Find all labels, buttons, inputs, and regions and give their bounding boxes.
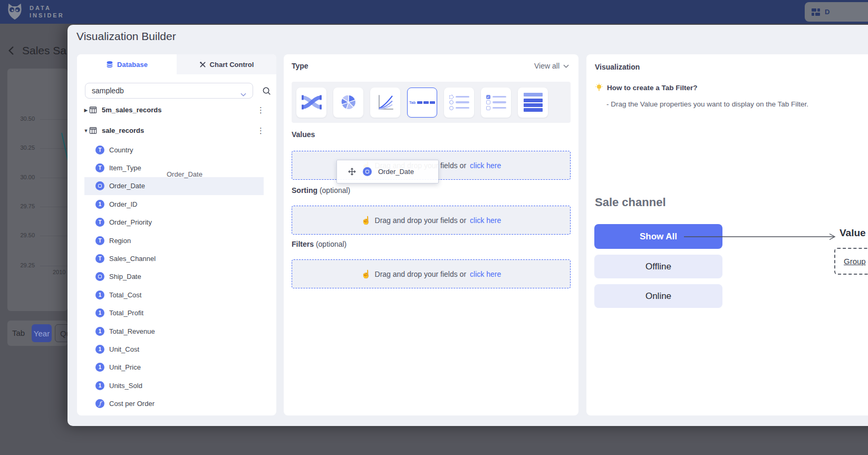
background-line-chart: 30.50 30.25 30.00 29.75 29.50 29.25 2010 xyxy=(7,69,67,311)
field-item-country[interactable]: T Country xyxy=(77,141,276,159)
checkbox-list-icon: ✓ xyxy=(486,93,506,111)
field-item-cost-per-order[interactable]: ƒ Cost per Order xyxy=(77,394,276,412)
chart-type-tab-filter[interactable]: Tab xyxy=(407,88,437,118)
text-field-icon: T xyxy=(95,254,104,263)
tab-chart-control-label: Chart Control xyxy=(210,61,254,69)
values-section-label: Values xyxy=(292,130,315,139)
field-item-total-profit[interactable]: 1 Total_Profit xyxy=(77,304,276,322)
sorting-dropzone[interactable]: ☝ Drag and drop your fields or click her… xyxy=(292,206,571,235)
table-item-sale-records[interactable]: ▼ sale_records ⋮ xyxy=(77,120,276,141)
field-item-total-revenue[interactable]: 1 Total_Revenue xyxy=(77,322,276,340)
dashboard-button-label: D xyxy=(825,8,830,16)
field-item-region[interactable]: T Region xyxy=(77,231,276,249)
search-icon xyxy=(262,86,271,95)
date-field-icon xyxy=(95,181,104,190)
field-item-unit-price[interactable]: 1 Unit_Price xyxy=(77,359,276,376)
field-item-order-priority[interactable]: T Order_Priority xyxy=(77,214,276,231)
annotation-heading: Value xyxy=(840,227,866,239)
field-item-unit-cost[interactable]: 1 Unit_Cost xyxy=(77,340,276,358)
chevron-down-icon xyxy=(563,64,569,68)
chevron-down-icon xyxy=(240,93,246,96)
chart-type-pie[interactable] xyxy=(333,88,363,118)
chart-type-radio-list[interactable] xyxy=(444,88,474,118)
text-field-icon: T xyxy=(95,218,104,227)
builder-panel: Type View all xyxy=(284,54,578,415)
field-item-ship-date[interactable]: Ship_Date xyxy=(77,268,276,286)
x-tick: 2010 xyxy=(53,269,65,275)
tab-chart-control[interactable]: Chart Control xyxy=(177,54,276,74)
number-field-icon: 1 xyxy=(95,200,104,209)
database-panel: Database Chart Control sampledb xyxy=(77,54,276,415)
table-menu-icon[interactable]: ⋮ xyxy=(257,105,265,115)
schema-tree: ▶ 5m_sales_records ⋮ ▼ sale_records ⋮ xyxy=(77,100,276,413)
offline-tab-button[interactable]: Offline xyxy=(594,255,722,278)
table-menu-icon[interactable]: ⋮ xyxy=(257,126,265,135)
collapse-arrow-icon[interactable]: ▼ xyxy=(83,128,89,133)
date-field-icon xyxy=(95,272,104,281)
widget-title: Sale channel xyxy=(595,196,666,209)
move-icon xyxy=(348,167,356,176)
chart-type-sankey[interactable] xyxy=(296,88,326,118)
tab-filter-icon: Tab xyxy=(409,101,435,104)
lightbulb-icon xyxy=(595,83,603,92)
chart-type-checkbox-list[interactable]: ✓ xyxy=(481,88,511,118)
number-field-icon: 1 xyxy=(95,381,104,390)
chart-type-line[interactable] xyxy=(370,88,400,118)
tip-body: - Drag the Value properties you want to … xyxy=(606,100,808,108)
field-item-sales-channel[interactable]: T Sales_Channel xyxy=(77,249,276,267)
text-field-icon: T xyxy=(95,236,104,245)
top-navbar: DATA INSIDER D xyxy=(0,0,868,24)
text-field-icon: T xyxy=(95,163,104,172)
click-here-link[interactable]: click here xyxy=(470,216,501,225)
line-chart-icon xyxy=(375,92,396,112)
drag-ghost-label: Order_Date xyxy=(167,170,202,178)
number-field-icon: 1 xyxy=(95,345,104,354)
field-item-order-id[interactable]: 1 Order_ID xyxy=(77,195,276,213)
radio-list-icon xyxy=(449,93,469,111)
group-link[interactable]: Group xyxy=(844,257,866,266)
search-button[interactable] xyxy=(258,83,274,99)
online-tab-button[interactable]: Online xyxy=(594,284,722,308)
drag-hand-icon: ☝ xyxy=(361,269,371,279)
type-section-label: Type xyxy=(292,62,308,70)
field-item-total-cost[interactable]: 1 Total_Cost xyxy=(77,286,276,304)
table-icon xyxy=(89,127,97,134)
brand-line2: INSIDER xyxy=(30,12,64,19)
year-tab-button[interactable]: Year xyxy=(32,324,52,342)
chart-type-dropdown-list[interactable] xyxy=(518,88,548,118)
drag-hand-icon: ☝ xyxy=(361,216,371,225)
table-item-5m-sales-records[interactable]: ▶ 5m_sales_records ⋮ xyxy=(77,100,276,120)
page-title: Sales Sa xyxy=(22,44,66,57)
annotation-arrow-icon xyxy=(683,233,837,241)
dialog-title: Visualization Builder xyxy=(76,30,176,43)
filters-dropzone[interactable]: ☝ Drag and drop your fields or click her… xyxy=(292,259,571,288)
click-here-link[interactable]: click here xyxy=(470,161,501,170)
tip-title: How to create a Tab Filter? xyxy=(595,83,698,92)
dragged-field-chip[interactable]: Order_Date xyxy=(336,160,439,183)
number-field-icon: 1 xyxy=(95,363,104,372)
table-icon xyxy=(89,106,97,114)
dropdown-list-icon xyxy=(524,93,543,112)
owl-logo-icon xyxy=(5,2,24,21)
number-field-icon: 1 xyxy=(95,327,104,336)
view-all-button[interactable]: View all xyxy=(534,62,569,70)
click-here-link[interactable]: click here xyxy=(470,270,501,278)
filters-section-label: Filters (optional) xyxy=(292,240,346,248)
drag-chip-label: Order_Date xyxy=(378,168,414,176)
field-item-units-sold[interactable]: 1 Units_Sold xyxy=(77,376,276,394)
chart-type-strip: Tab ✓ xyxy=(292,82,571,123)
visualization-section-label: Visualization xyxy=(595,63,640,71)
dashboard-icon xyxy=(811,7,821,17)
formula-field-icon: ƒ xyxy=(95,399,104,408)
brand-logo: DATA INSIDER xyxy=(5,2,64,21)
dashboard-button[interactable]: D xyxy=(805,2,868,22)
tab-database[interactable]: Database xyxy=(77,54,177,74)
number-field-icon: 1 xyxy=(95,308,104,317)
database-icon xyxy=(106,61,113,68)
field-item-order-date[interactable]: Order_Date xyxy=(84,177,264,195)
back-chevron-icon[interactable] xyxy=(7,46,15,55)
visualization-panel: Visualization How to create a Tab Filter… xyxy=(586,54,868,415)
expand-arrow-icon[interactable]: ▶ xyxy=(83,108,89,113)
database-select[interactable]: sampledb xyxy=(85,83,253,99)
number-field-icon: 1 xyxy=(95,291,104,299)
